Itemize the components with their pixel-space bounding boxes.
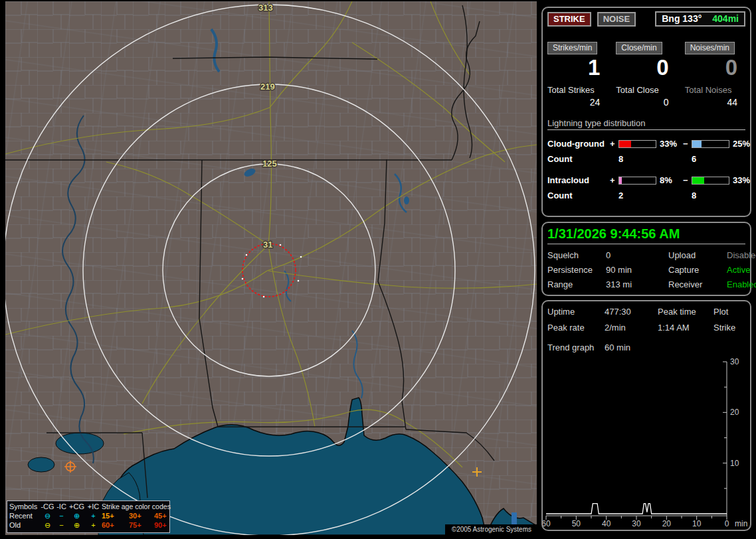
legend-col-neg-ic: -IC (54, 502, 68, 511)
range-value: 313 mi (606, 279, 668, 289)
legend-col-pos-ic: +IC (85, 502, 102, 511)
lake-pontchartrain (56, 433, 104, 454)
cg-plus-count: 8 (618, 154, 656, 164)
noises-per-min-value: 0 (685, 55, 745, 80)
plus-sign: + (610, 139, 618, 149)
cloud-ground-label: Cloud-ground (547, 139, 610, 149)
legend-old-label: Old (9, 520, 41, 530)
svg-text:30: 30 (632, 519, 641, 528)
upload-status: Disabled (727, 250, 756, 260)
age-90: 90+ (154, 520, 178, 530)
persistence-value: 90 min (606, 265, 668, 275)
stats-panel: Uptime 477:30 Peak time Plot Peak rate 2… (541, 300, 751, 531)
cg-plus-bar (618, 140, 656, 148)
close-column: Close/min 0 Total Close 0 (616, 41, 676, 108)
cg-plus-pct: 33% (656, 139, 683, 149)
map-canvas: 313 219 125 31 (5, 1, 537, 535)
ic-minus-count: 8 (692, 191, 729, 200)
recent-neg-cg-icon: ⊖ (41, 511, 54, 520)
ring-label-125: 125 (262, 159, 277, 169)
copyright-text: ©2005 Astrogenic Systems (445, 524, 537, 535)
count-label: Count (547, 154, 610, 164)
age-15: 15+ (102, 511, 129, 520)
status-panel: 1/31/2026 9:44:56 AM Squelch 0 Upload Di… (541, 222, 751, 296)
total-close-value: 0 (616, 97, 676, 108)
ic-minus-pct: 33% (729, 175, 750, 185)
trend-graph-label: Trend graph (547, 343, 605, 352)
recent-pos-cg-icon: ⊕ (68, 511, 85, 520)
svg-text:60: 60 (543, 519, 551, 528)
peak-time-label: Peak time (658, 307, 713, 317)
legend-recent-label: Recent (9, 511, 41, 520)
svg-text:min: min (735, 519, 747, 528)
ring-label-31: 31 (263, 240, 272, 250)
ring-label-313: 313 (258, 3, 273, 13)
svg-text:20: 20 (662, 519, 672, 528)
noises-column: Noises/min 0 Total Noises 44 (685, 41, 745, 108)
receiver-label: Receiver (668, 279, 727, 289)
receiver-status: Enabled (727, 279, 756, 289)
intracloud-count-row: Count 2 8 (547, 191, 745, 200)
plot-value: Strike (713, 323, 745, 333)
strike-legend: Symbols -CG -IC +CG +IC Strike age color… (7, 501, 170, 533)
uptime-label: Uptime (547, 307, 605, 317)
peak-rate-value: 2/min (605, 323, 658, 333)
strike-counter-panel: STRIKE NOISE Bng 133° 404mi Strikes/min … (541, 7, 751, 217)
lightning-map[interactable]: 313 219 125 31 Symbols -CG -IC +CG +IC S… (5, 1, 537, 535)
recent-pos-ic-icon: + (85, 511, 102, 520)
close-per-min-value: 0 (616, 55, 676, 80)
svg-text:10: 10 (730, 459, 739, 468)
legend-col-neg-cg: -CG (41, 502, 54, 511)
datetime-display: 1/31/2026 9:44:56 AM (547, 226, 745, 244)
noise-mode-button[interactable]: NOISE (597, 12, 636, 27)
ic-plus-count: 2 (618, 191, 656, 200)
ic-minus-bar (692, 177, 729, 185)
intracloud-row: Intracloud + 8% − 33% (547, 175, 745, 185)
age-60: 60+ (102, 520, 129, 530)
noises-per-min-chip: Noises/min (685, 42, 735, 54)
strikes-per-min-value: 1 (547, 55, 608, 80)
legend-symbols-header: Symbols (9, 502, 41, 511)
peak-rate-label: Peak rate (547, 323, 605, 333)
ring-label-219: 219 (260, 82, 275, 92)
cg-minus-bar (692, 140, 729, 148)
cloud-ground-count-row: Count 8 6 (547, 154, 745, 164)
trend-window-value: 60 min (605, 343, 745, 352)
plus-sign: + (610, 175, 618, 185)
old-neg-ic-icon: − (54, 520, 68, 530)
count-label: Count (547, 191, 610, 200)
legend-age-header: Strike age color codes (102, 502, 178, 511)
total-noises-label: Total Noises (685, 85, 745, 95)
strikes-per-min-chip: Strikes/min (547, 42, 597, 54)
upload-label: Upload (668, 250, 727, 260)
capture-label: Capture (668, 265, 727, 275)
svg-text:40: 40 (602, 519, 611, 528)
svg-text:50: 50 (572, 519, 581, 528)
strikes-column: Strikes/min 1 Total Strikes 24 (547, 41, 608, 108)
ic-plus-bar (618, 177, 656, 185)
distance-value: 404mi (712, 13, 739, 24)
strike-mode-button[interactable]: STRIKE (547, 12, 591, 27)
total-strikes-label: Total Strikes (547, 85, 608, 95)
squelch-label: Squelch (547, 250, 606, 260)
squelch-value: 0 (606, 250, 668, 260)
peak-time-value: 1:14 AM (658, 323, 713, 333)
total-strikes-value: 24 (547, 97, 608, 108)
capture-status: Active (727, 265, 756, 275)
minus-sign: − (683, 139, 692, 149)
age-75: 75+ (129, 520, 154, 530)
svg-text:0: 0 (725, 519, 729, 528)
trend-graph: 3020106050403020100min (543, 301, 750, 530)
svg-text:20: 20 (730, 408, 739, 417)
old-pos-ic-icon: + (85, 520, 102, 530)
age-30: 30+ (129, 511, 154, 520)
distribution-title: Lightning type distribution (547, 118, 745, 130)
svg-text:30: 30 (730, 357, 739, 366)
cloud-ground-row: Cloud-ground + 33% − 25% (547, 139, 745, 149)
minus-sign: − (683, 175, 692, 185)
ic-plus-pct: 8% (656, 175, 683, 185)
bearing-distance-box: Bng 133° 404mi (655, 11, 745, 27)
bearing-value: Bng 133° (662, 13, 702, 24)
recent-neg-ic-icon: − (54, 511, 68, 520)
close-per-min-chip: Close/min (616, 42, 662, 54)
